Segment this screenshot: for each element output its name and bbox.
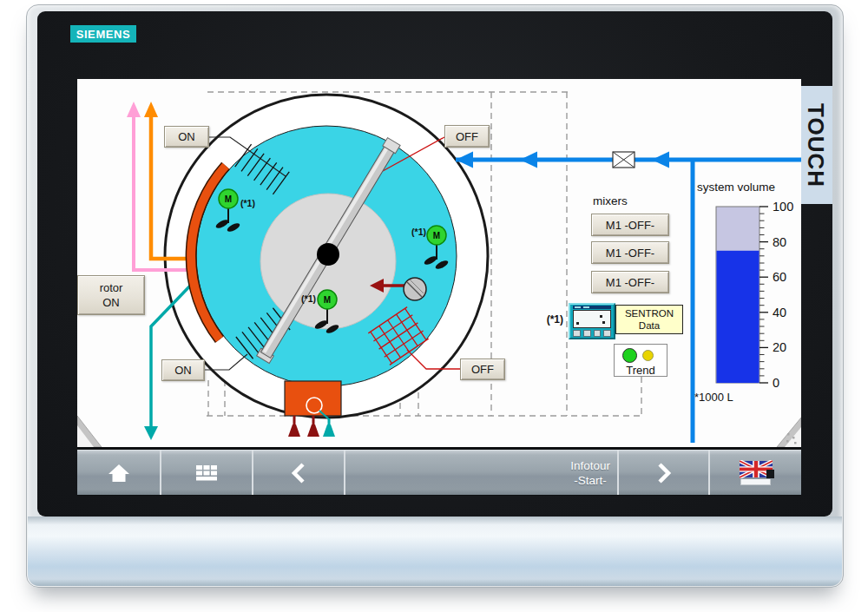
svg-text:M: M [225, 194, 232, 204]
svg-text:60: 60 [773, 270, 786, 284]
pipe-valve-icon [613, 152, 635, 168]
page-fold-left [77, 416, 102, 447]
gauge-title: system volume [697, 181, 775, 194]
trend-button-label: Trend [615, 364, 667, 377]
sentron-data-line2: Data [639, 319, 660, 332]
flag-notch [766, 470, 774, 478]
system-volume-gauge: system volume 100 80 60 [694, 181, 793, 404]
rotor-status-line2: ON [102, 295, 120, 310]
svg-text:0: 0 [773, 376, 779, 390]
mixers-label: mixers [593, 194, 628, 207]
touch-label: TOUCH [802, 103, 829, 188]
tank-sump [285, 381, 341, 419]
photo-background: SIEMENS TOUCH [0, 0, 868, 612]
rotor-off-top-button[interactable]: OFF [444, 125, 490, 148]
page-fold-right [777, 418, 801, 447]
hmi-panel-device: SIEMENS TOUCH [26, 4, 844, 588]
sentron-icon-keys [573, 330, 611, 337]
gauge-fill-bar [717, 251, 760, 383]
home-icon [108, 463, 130, 484]
sentron-meter-icon [569, 303, 615, 339]
mixer-1-button[interactable]: M1 -OFF- [591, 214, 669, 236]
nav-home-button[interactable] [77, 451, 161, 495]
sentron-icon-display [573, 310, 611, 328]
device-chin [28, 517, 842, 586]
rotor-on-top-button[interactable]: ON [164, 126, 209, 148]
signal-lines [127, 102, 194, 440]
trend-button[interactable]: Trend [614, 344, 667, 377]
hmi-screen: M (*1) M (*1) [77, 79, 801, 496]
trend-lamps [615, 345, 667, 363]
green-lamp-icon [622, 348, 637, 363]
svg-text:100: 100 [773, 200, 793, 214]
schematic-page: M (*1) M (*1) [77, 79, 801, 447]
navigation-bar: Infotour -Start- [77, 450, 801, 495]
svg-text:M: M [433, 231, 440, 240]
nav-back-button[interactable] [253, 451, 345, 495]
sentron-data-line1: SENTRON [625, 307, 674, 319]
rotor-off-bottom-button[interactable]: OFF [460, 359, 505, 380]
nav-forward-button[interactable] [619, 451, 710, 495]
flag-paper [740, 479, 771, 485]
language-flag-group [740, 460, 773, 485]
svg-text:80: 80 [773, 235, 786, 249]
svg-text:M: M [324, 295, 331, 305]
gauge-unit: *1000 L [694, 391, 733, 404]
rotor-status-button[interactable]: rotor ON [77, 275, 145, 315]
rotor-on-bottom-button[interactable]: ON [161, 359, 205, 381]
front-bezel: SIEMENS TOUCH [37, 11, 832, 517]
sentron-icon-header [573, 306, 611, 309]
svg-text:20: 20 [773, 340, 786, 354]
touch-label-strip: TOUCH [798, 86, 832, 204]
rake-center-hub [317, 243, 339, 266]
grid-keyboard-icon [194, 464, 219, 482]
gauge-minor-ticks [760, 214, 765, 376]
svg-text:40: 40 [773, 306, 786, 319]
sentron-note: (*1) [547, 313, 563, 326]
yellow-lamp-icon [642, 350, 654, 361]
infotour-label-line1: Infotour [570, 458, 610, 473]
nav-screens-overview-button[interactable] [161, 451, 253, 495]
nav-infotour-button[interactable]: Infotour -Start- [345, 451, 619, 495]
infotour-label-line2: -Start- [570, 473, 610, 488]
mixer-3-button[interactable]: M1 -OFF- [591, 271, 669, 293]
chevron-left-icon [290, 460, 307, 486]
svg-text:(*1): (*1) [240, 198, 255, 208]
svg-text:(*1): (*1) [411, 227, 426, 237]
drain-valves [288, 416, 335, 437]
sentron-data-button[interactable]: SENTRON Data [615, 305, 683, 334]
chevron-right-icon [655, 460, 673, 486]
mixer-2-button[interactable]: M1 -OFF- [591, 241, 669, 264]
siemens-logo: SIEMENS [70, 25, 136, 43]
rotor-status-line1: rotor [100, 280, 123, 295]
svg-text:(*1): (*1) [301, 293, 316, 304]
nav-language-button[interactable] [710, 451, 801, 495]
